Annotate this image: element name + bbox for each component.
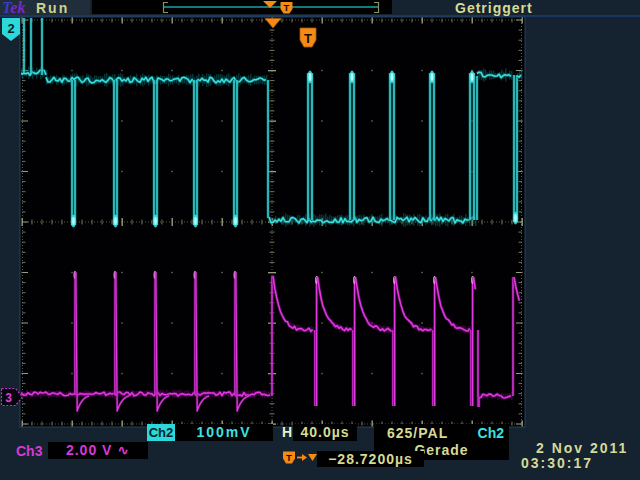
date-display: 2 Nov 2011 [536, 440, 628, 456]
trigger-source: Ch2 [478, 424, 504, 442]
topbar-divider [0, 15, 640, 17]
acquisition-status: Run [36, 0, 69, 16]
ch2-trace [20, 18, 523, 228]
svg-text:T: T [286, 452, 292, 463]
trigger-status: Getriggert [455, 0, 533, 16]
record-view-box [92, 0, 392, 14]
triangle-down-icon [308, 454, 317, 461]
delay-indicator-icon: T [283, 452, 317, 464]
tek-logo-ek: ek [10, 0, 25, 16]
svg-text:2: 2 [7, 21, 14, 36]
ch3-label: Ch3 [16, 443, 42, 459]
oscilloscope-ui: { "header": { "logo_t": "T", "logo_ek": … [0, 0, 640, 480]
waveform-display: TT23T [0, 0, 640, 480]
tek-logo: Tek [2, 0, 25, 17]
graticule [21, 18, 523, 427]
svg-text:3: 3 [5, 391, 12, 405]
horizontal-scale: 40.0µs [293, 424, 357, 441]
trigger-t-badge: T [300, 28, 316, 47]
trigger-position-marker [265, 19, 281, 29]
arrow-right-icon [302, 454, 307, 461]
ch3-trace [20, 271, 519, 411]
ch2-vertical-scale: 100mV [175, 424, 273, 441]
ch3-position-badge: 3 [2, 389, 23, 406]
ch3-vertical-scale: 2.00 V ∿ [48, 442, 148, 459]
ch2-badge: Ch2 [147, 424, 175, 441]
video-standard: 625/PAL [387, 424, 448, 442]
trigger-markers: T [265, 19, 316, 48]
crt-screen [20, 17, 525, 427]
ch2-position-badge: 2 [2, 18, 20, 41]
trigger-delay-readout: −28.7200µs [317, 451, 424, 467]
horizontal-label: H [281, 424, 293, 441]
time-display: 03:30:17 [521, 455, 593, 471]
svg-text:T: T [304, 31, 312, 46]
